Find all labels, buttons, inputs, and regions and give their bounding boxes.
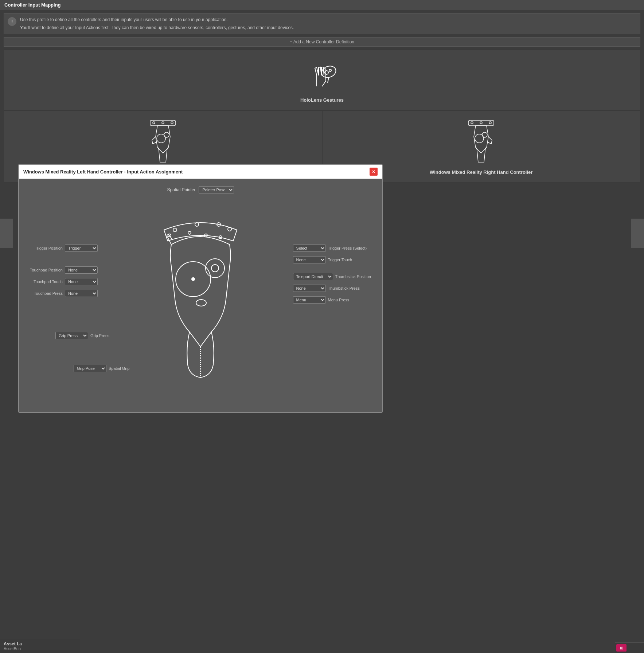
svg-point-9: [164, 132, 169, 137]
info-line2: You'll want to define all your Input Act…: [20, 24, 294, 31]
info-box: ! Use this profile to define all the con…: [4, 13, 640, 34]
touchpad-touch-label: Touchpad Touch: [34, 279, 63, 284]
wmr-right-svg: [467, 118, 496, 166]
svg-point-27: [211, 265, 219, 272]
svg-point-16: [173, 228, 177, 232]
left-sidebar-handle: [0, 219, 13, 248]
trigger-position-select[interactable]: Trigger: [65, 245, 98, 252]
svg-point-0: [320, 64, 337, 79]
info-line1: Use this profile to define all the contr…: [20, 16, 294, 23]
svg-point-13: [489, 122, 491, 124]
menu-press-select[interactable]: Menu: [293, 296, 326, 304]
modal-title: Windows Mixed Reality Left Hand Controll…: [23, 169, 183, 175]
svg-point-28: [196, 300, 206, 306]
thumbstick-position-row: Teleport Directi Thumbstick Position: [293, 273, 371, 280]
hololens-icon: [300, 57, 344, 94]
svg-point-17: [195, 223, 199, 226]
svg-point-7: [171, 122, 173, 124]
spatial-pointer-row: Spatial Pointer Pointer Pose: [26, 186, 375, 193]
spatial-pointer-label: Spatial Pointer: [167, 187, 195, 192]
svg-point-2: [329, 69, 331, 71]
svg-point-5: [153, 122, 155, 124]
hololens-card[interactable]: HoloLens Gestures: [4, 50, 640, 110]
spatial-pointer-dropdown[interactable]: Pointer Pose: [199, 186, 234, 193]
wmr-right-icon: [467, 118, 496, 166]
asset-panel-title: Asset La: [4, 641, 77, 646]
input-assignment-modal: Windows Mixed Reality Left Hand Controll…: [18, 164, 383, 413]
svg-rect-10: [468, 120, 494, 126]
left-labels: Trigger Position Trigger Touchpad Positi…: [30, 245, 98, 297]
modal-body: Spatial Pointer Pointer Pose Trigger Pos…: [19, 179, 382, 405]
info-icon: !: [8, 17, 16, 26]
thumbstick-press-row: None Thumbstick Press: [293, 285, 371, 292]
asset-panel: Asset La AssetBun: [0, 639, 80, 653]
svg-line-3: [328, 77, 329, 83]
menu-press-row: Menu Menu Press: [293, 296, 371, 304]
touchpad-press-row: Touchpad Press None: [30, 290, 98, 297]
page-title: Controller Input Mapping: [4, 2, 640, 8]
page-header: Controller Input Mapping: [0, 0, 644, 10]
touchpad-position-label: Touchpad Position: [30, 268, 63, 272]
touchpad-press-select[interactable]: None: [65, 290, 98, 297]
trigger-touch-row: None Trigger Touch: [293, 256, 371, 263]
svg-point-12: [480, 122, 482, 124]
svg-point-15: [482, 132, 487, 137]
touchpad-position-row: Touchpad Position None: [30, 266, 98, 274]
touchpad-touch-row: Touchpad Touch None: [30, 278, 98, 285]
svg-point-19: [228, 227, 231, 231]
modal-header: Windows Mixed Reality Left Hand Controll…: [19, 165, 382, 179]
touchpad-press-label: Touchpad Press: [34, 291, 63, 296]
svg-rect-4: [150, 120, 176, 126]
svg-point-25: [192, 278, 195, 281]
grip-pose-row: Grip Pose Spatial Grip: [74, 365, 129, 372]
wmr-left-icon: [148, 118, 177, 166]
right-labels: Select Trigger Press (Select) None Trigg…: [293, 245, 371, 304]
thumbstick-press-label: Thumbstick Press: [328, 286, 360, 290]
add-controller-button[interactable]: + Add a New Controller Definition: [4, 37, 640, 47]
grip-press-select[interactable]: Grip Press: [55, 332, 88, 339]
trigger-position-label: Trigger Position: [35, 246, 63, 250]
thumbstick-position-label: Thumbstick Position: [335, 274, 371, 279]
svg-point-21: [188, 231, 191, 234]
trigger-touch-label: Trigger Touch: [328, 258, 352, 262]
info-text: Use this profile to define all the contr…: [20, 16, 294, 31]
thumbstick-press-select[interactable]: None: [293, 285, 326, 292]
bottom-right-panel: ⊞: [615, 642, 644, 653]
asset-panel-subtitle: AssetBun: [4, 646, 77, 651]
trigger-press-row: Select Trigger Press (Select): [293, 245, 371, 252]
touchpad-touch-select[interactable]: None: [65, 278, 98, 285]
svg-point-11: [471, 122, 473, 124]
hololens-svg: [300, 57, 344, 94]
modal-close-button[interactable]: ×: [370, 168, 378, 176]
thumbstick-position-select[interactable]: Teleport Directi: [293, 273, 333, 280]
grip-pose-label: Spatial Grip: [109, 366, 129, 371]
trigger-touch-select[interactable]: None: [293, 256, 326, 263]
trigger-press-label: Trigger Press (Select): [328, 246, 367, 250]
trigger-position-row: Trigger Position Trigger: [30, 245, 98, 252]
menu-press-label: Menu Press: [328, 298, 350, 302]
controller-diagram-svg: [142, 208, 259, 383]
trigger-press-select[interactable]: Select: [293, 245, 326, 252]
diagram-area: Trigger Position Trigger Touchpad Positi…: [26, 197, 375, 387]
wmr-left-svg: [148, 118, 177, 166]
touchpad-position-select[interactable]: None: [65, 266, 98, 274]
hololens-label: HoloLens Gestures: [11, 97, 633, 103]
controller-diagram: [142, 208, 259, 384]
svg-point-6: [162, 122, 164, 124]
grip-press-label: Grip Press: [90, 333, 109, 338]
controllers-section: HoloLens Gestures: [4, 50, 640, 183]
grip-pose-select[interactable]: Grip Pose: [74, 365, 106, 372]
bottom-right-badge: ⊞: [616, 644, 627, 652]
right-sidebar-handle: [631, 219, 644, 248]
grip-press-row: Grip Press Grip Press: [55, 332, 109, 339]
svg-point-1: [325, 71, 328, 74]
